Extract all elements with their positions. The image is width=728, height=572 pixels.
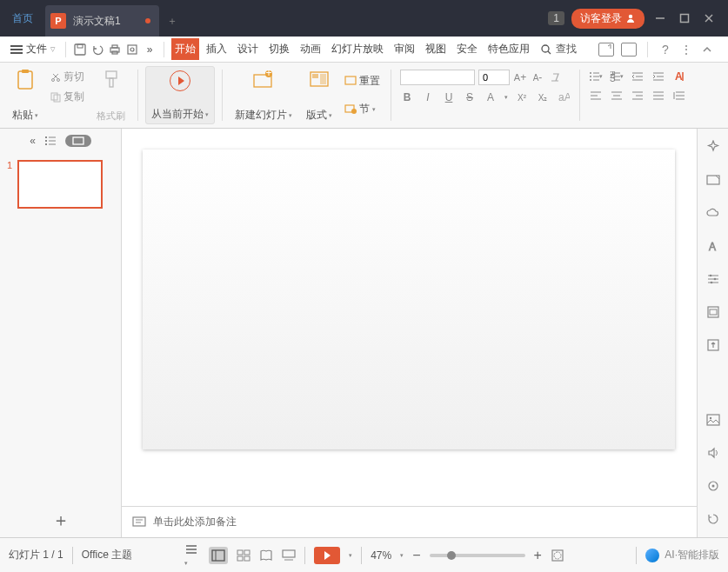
library-icon[interactable]: [705, 304, 721, 320]
sound-icon[interactable]: [705, 445, 721, 461]
reading-view-icon[interactable]: [259, 549, 273, 562]
font-size-input[interactable]: [478, 70, 510, 85]
decrease-indent-button[interactable]: [631, 70, 645, 83]
share-icon[interactable]: [598, 43, 614, 57]
zoom-out-button[interactable]: −: [412, 548, 420, 563]
history-icon[interactable]: [705, 511, 721, 527]
normal-view-icon[interactable]: [209, 547, 228, 564]
font-color-button[interactable]: A: [484, 90, 498, 104]
ai-icon: [645, 549, 659, 562]
text-highlight-button[interactable]: A: [672, 70, 686, 83]
maximize-button[interactable]: [676, 10, 693, 27]
change-case-button[interactable]: aA: [557, 90, 571, 104]
align-left-button[interactable]: [589, 89, 603, 103]
slideshow-button[interactable]: [314, 547, 340, 564]
align-center-button[interactable]: [610, 89, 624, 103]
notes-view-icon[interactable]: [282, 549, 296, 562]
cloud-icon[interactable]: [705, 205, 721, 221]
increase-font-icon[interactable]: A+: [513, 70, 527, 84]
paste-button[interactable]: 粘贴▾: [7, 66, 43, 124]
numbering-button[interactable]: 123▾: [610, 70, 624, 83]
reset-button[interactable]: 重置: [343, 72, 382, 90]
sparkle-icon[interactable]: [705, 139, 721, 155]
tab-transition[interactable]: 切换: [265, 38, 293, 60]
superscript-button[interactable]: X²: [515, 90, 529, 104]
undo-icon[interactable]: [90, 43, 104, 57]
tab-document[interactable]: P 演示文稿1: [45, 5, 159, 37]
tab-design[interactable]: 设计: [234, 38, 262, 60]
fit-window-icon[interactable]: [551, 549, 564, 562]
cut-button[interactable]: 剪切: [49, 68, 86, 86]
ai-assist-button[interactable]: AI·智能排版: [645, 548, 719, 562]
slide-canvas[interactable]: 单击此处添加备注: [122, 129, 697, 537]
subscript-button[interactable]: X₂: [536, 90, 550, 104]
align-right-button[interactable]: [631, 89, 645, 103]
underline-button[interactable]: U: [442, 90, 456, 104]
close-button[interactable]: [700, 10, 718, 27]
zoom-in-button[interactable]: +: [534, 548, 542, 563]
window-icon[interactable]: [621, 43, 637, 57]
tab-slideshow[interactable]: 幻灯片放映: [328, 38, 387, 60]
file-menu[interactable]: 文件 ▽: [7, 40, 58, 58]
thumbnail-view-icon[interactable]: [65, 135, 91, 147]
image-icon[interactable]: [705, 412, 721, 428]
zoom-slider-thumb[interactable]: [447, 551, 456, 560]
line-spacing-button[interactable]: [672, 89, 686, 103]
more-menu-icon[interactable]: ⋮: [679, 43, 693, 57]
outline-view-icon[interactable]: [44, 136, 57, 146]
new-slide-button[interactable]: + 新建幻灯片▾: [230, 66, 297, 124]
menu-icon[interactable]: ▾: [184, 543, 200, 568]
tab-review[interactable]: 审阅: [391, 38, 418, 60]
clear-format-icon[interactable]: [548, 70, 562, 84]
strike-button[interactable]: S: [463, 90, 477, 104]
layout-button[interactable]: 版式▾: [301, 66, 337, 124]
increase-indent-button[interactable]: [651, 70, 665, 83]
add-slide-button[interactable]: ＋: [0, 502, 121, 537]
minimize-button[interactable]: [651, 10, 669, 27]
tab-view[interactable]: 视图: [422, 38, 450, 60]
zoom-value[interactable]: 47%: [371, 549, 391, 562]
slide-thumbnail[interactable]: 1: [7, 160, 114, 209]
template-icon[interactable]: [705, 172, 721, 188]
italic-button[interactable]: I: [421, 90, 435, 104]
start-from-current-button[interactable]: 从当前开始▾: [145, 66, 215, 124]
theme-label[interactable]: Office 主题: [82, 548, 132, 562]
copy-button[interactable]: 复制: [49, 88, 86, 106]
tab-start[interactable]: 开始: [171, 38, 199, 60]
tab-animation[interactable]: 动画: [297, 38, 324, 60]
settings-icon[interactable]: [705, 478, 721, 494]
slide[interactable]: [143, 150, 675, 449]
slideshow-dropdown[interactable]: ▾: [349, 552, 352, 559]
text-style-icon[interactable]: A: [705, 238, 721, 254]
print-icon[interactable]: [108, 43, 122, 57]
section-button[interactable]: 节▾: [343, 100, 382, 118]
export-icon[interactable]: [705, 337, 721, 353]
panel-collapse-icon[interactable]: «: [30, 135, 36, 147]
print-preview-icon[interactable]: [125, 43, 139, 57]
collapse-ribbon-icon[interactable]: [700, 43, 714, 57]
decrease-font-icon[interactable]: A-: [531, 70, 544, 84]
login-button[interactable]: 访客登录: [571, 9, 645, 29]
tab-special[interactable]: 特色应用: [484, 38, 533, 60]
bold-button[interactable]: B: [400, 90, 414, 104]
tools-icon[interactable]: [705, 271, 721, 287]
bullets-button[interactable]: ▾: [589, 70, 603, 83]
help-icon[interactable]: ?: [658, 43, 672, 57]
align-justify-button[interactable]: [651, 89, 665, 103]
search-button[interactable]: 查找: [540, 42, 577, 57]
more-quick-icon[interactable]: »: [143, 43, 157, 57]
sorter-view-icon[interactable]: [237, 549, 250, 562]
zoom-slider[interactable]: [430, 554, 525, 557]
save-icon[interactable]: [73, 43, 87, 57]
tab-insert[interactable]: 插入: [203, 38, 230, 60]
notes-pane[interactable]: 单击此处添加备注: [122, 506, 697, 537]
slide-counter[interactable]: 幻灯片 1 / 1: [9, 548, 63, 562]
chevron-down-icon: ▽: [50, 46, 55, 53]
font-family-input[interactable]: [400, 70, 475, 85]
play-icon: [324, 551, 331, 560]
format-painter-button[interactable]: 格式刷: [91, 66, 130, 124]
tab-home[interactable]: 首页: [0, 0, 45, 37]
new-tab-button[interactable]: ＋: [159, 5, 185, 37]
tab-security[interactable]: 安全: [453, 38, 481, 60]
notification-badge[interactable]: 1: [548, 11, 564, 25]
